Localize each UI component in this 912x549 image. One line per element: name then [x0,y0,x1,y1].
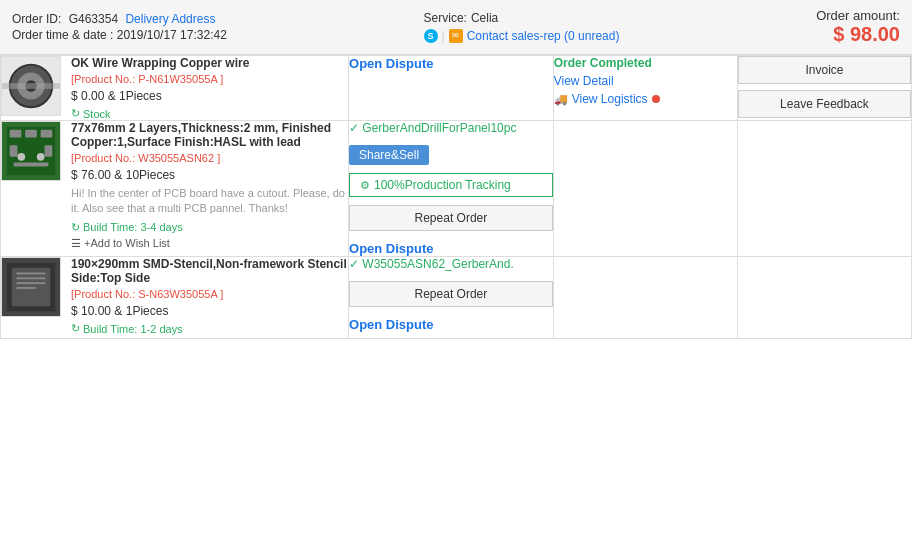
in-stock-1: ↻ Stock [71,107,348,120]
service-info: Service: Celia S | ✉ Contact sales-rep (… [424,11,620,43]
product-price-1: $ 0.00 & 1Pieces [71,89,348,103]
product-cell-3: 190×290mm SMD-Stencil,Non-framework Sten… [1,257,349,339]
order-time-row: Order time & date : 2019/10/17 17:32:42 [12,28,227,42]
table-row: 77x76mm 2 Layers,Thickness:2 mm, Finishe… [1,121,912,257]
product-row-2: 77x76mm 2 Layers,Thickness:2 mm, Finishe… [1,121,348,250]
delivery-address-link[interactable]: Delivery Address [125,12,215,26]
order-amount-label: Order amount: [816,8,900,23]
svg-point-12 [17,153,25,161]
file-check-row-3: ✓ W35055ASN62_GerberAnd. [349,257,553,271]
service-row: Service: Celia [424,11,620,25]
share-sell-button[interactable]: Share&Sell [349,145,429,165]
product-no-2: [Product No.: W35055ASN62 ] [71,152,348,164]
order-time-label: Order time & date : [12,28,113,42]
product-cell-2: 77x76mm 2 Layers,Thickness:2 mm, Finishe… [1,121,349,257]
order-id-row: Order ID: G463354 Delivery Address [12,12,227,26]
status-cell-3 [553,257,737,339]
svg-rect-7 [10,130,22,138]
product-note-2: Hi! In the center of PCB board have a cu… [71,186,348,217]
status-cell-2 [553,121,737,257]
stock-label: Stock [83,108,111,120]
product-info-1: OK Wire Wrapping Copper wire [Product No… [71,56,348,120]
checkmark-icon-3: ✓ [349,257,359,271]
logistics-icon: 🚚 [554,93,568,106]
service-name: Celia [471,11,498,25]
tracking-label: 100%Production Tracking [374,178,511,192]
product-info-3: 190×290mm SMD-Stencil,Non-framework Sten… [71,257,348,338]
tracking-button[interactable]: ⚙ 100%Production Tracking [349,173,553,197]
file-link-3[interactable]: W35055ASN62_GerberAnd. [362,257,513,271]
svg-rect-8 [25,130,37,138]
action-cell-1: Open Dispute [349,56,554,121]
svg-rect-20 [17,282,46,284]
buttons-cell-1: Invoice Leave Feedback [737,56,911,121]
open-dispute-1[interactable]: Open Dispute [349,56,553,71]
wish-list-label: +Add to Wish List [84,237,170,249]
order-amount-value: $ 98.00 [816,23,900,46]
buttons-cell-2 [737,121,911,257]
product-info-2: 77x76mm 2 Layers,Thickness:2 mm, Finishe… [71,121,348,250]
svg-rect-10 [10,145,18,157]
svg-rect-11 [45,145,53,157]
table-row: 190×290mm SMD-Stencil,Non-framework Sten… [1,257,912,339]
build-time-label-3: Build Time: 1-2 days [83,323,183,335]
svg-rect-18 [17,273,46,275]
buttons-cell-3 [737,257,911,339]
email-icon: ✉ [449,29,463,43]
order-time-value: 2019/10/17 17:32:42 [117,28,227,42]
view-detail-link-1[interactable]: View Detail [554,74,737,88]
product-row-1: OK Wire Wrapping Copper wire [Product No… [1,56,348,120]
invoice-button[interactable]: Invoice [738,56,911,84]
view-logistics-link-1[interactable]: View Logistics [572,92,648,106]
svg-rect-14 [14,163,49,167]
gear-icon: ⚙ [360,179,370,192]
repeat-order-button-2[interactable]: Repeat Order [349,205,553,231]
open-dispute-2[interactable]: Open Dispute [349,241,553,256]
order-amount: Order amount: $ 98.00 [816,8,900,46]
product-row-3: 190×290mm SMD-Stencil,Non-framework Sten… [1,257,348,338]
svg-rect-21 [17,287,36,289]
wish-list-icon: ☰ [71,237,81,250]
orders-table: OK Wire Wrapping Copper wire [Product No… [0,55,912,339]
share-sell-row: Share&Sell [349,141,553,169]
stock-icon: ↻ [71,107,80,120]
order-id-value: G463354 [69,12,118,26]
svg-rect-19 [17,277,46,279]
separator: | [442,29,445,43]
wish-list-2[interactable]: ☰ +Add to Wish List [71,237,348,250]
build-time-3: ↻ Build Time: 1-2 days [71,322,348,335]
repeat-order-button-3[interactable]: Repeat Order [349,281,553,307]
build-time-2: ↻ Build Time: 3-4 days [71,221,348,234]
product-name-3: 190×290mm SMD-Stencil,Non-framework Sten… [71,257,348,285]
product-price-2: $ 76.00 & 10Pieces [71,168,348,182]
contact-link[interactable]: Contact sales-rep (0 unread) [467,29,620,43]
build-time-icon: ↻ [71,221,80,234]
product-image-1 [1,56,61,116]
view-logistics-row-1: 🚚 View Logistics [554,92,737,106]
file-check-row-2: ✓ GerberAndDrillForPanel10pc [349,121,553,135]
product-image-2 [1,121,61,181]
tracking-row: ⚙ 100%Production Tracking [349,173,553,197]
service-label: Service: [424,11,467,25]
product-cell-1: OK Wire Wrapping Copper wire [Product No… [1,56,349,121]
leave-feedback-button[interactable]: Leave Feedback [738,90,911,118]
file-link-2[interactable]: GerberAndDrillForPanel10pc [362,121,516,135]
svg-rect-4 [2,83,60,89]
order-info: Order ID: G463354 Delivery Address Order… [12,12,227,42]
open-dispute-3[interactable]: Open Dispute [349,317,553,332]
order-completed-1: Order Completed [554,56,737,70]
order-header: Order ID: G463354 Delivery Address Order… [0,0,912,55]
product-name-2: 77x76mm 2 Layers,Thickness:2 mm, Finishe… [71,121,348,149]
product-image-3 [1,257,61,317]
table-row: OK Wire Wrapping Copper wire [Product No… [1,56,912,121]
logistics-dot-1 [652,95,660,103]
build-time-icon-3: ↻ [71,322,80,335]
checkmark-icon-2: ✓ [349,121,359,135]
order-id-label: Order ID: [12,12,61,26]
product-name-1: OK Wire Wrapping Copper wire [71,56,348,70]
skype-icon: S [424,29,438,43]
build-time-label-2: Build Time: 3-4 days [83,221,183,233]
status-cell-1: Order Completed View Detail 🚚 View Logis… [553,56,737,121]
product-no-3: [Product No.: S-N63W35055A ] [71,288,348,300]
svg-rect-9 [41,130,53,138]
